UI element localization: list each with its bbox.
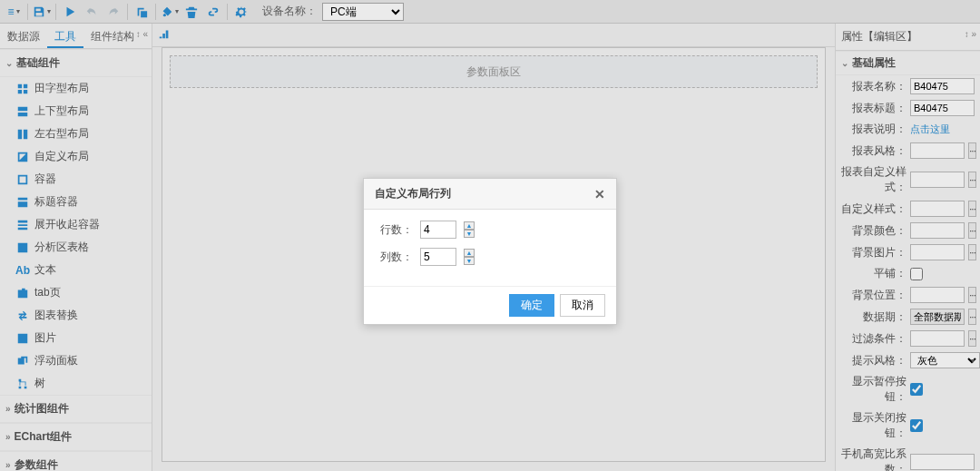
rows-spin-down-icon[interactable]: ▼	[464, 230, 475, 238]
close-icon[interactable]: ✕	[594, 187, 605, 201]
cols-spin-down-icon[interactable]: ▼	[464, 257, 475, 265]
rows-spin-up-icon[interactable]: ▲	[464, 221, 475, 230]
custom-layout-dialog: 自定义布局行列 ✕ 行数： ▲▼ 列数： ▲▼ 确定 取消	[363, 178, 617, 325]
rows-input[interactable]	[420, 221, 456, 239]
ok-button[interactable]: 确定	[509, 294, 554, 317]
cols-spin-up-icon[interactable]: ▲	[464, 249, 475, 257]
dialog-title: 自定义布局行列	[375, 186, 451, 201]
cols-label: 列数：	[380, 250, 413, 265]
cols-input[interactable]	[420, 248, 456, 266]
modal-overlay: 自定义布局行列 ✕ 行数： ▲▼ 列数： ▲▼ 确定 取消	[0, 0, 980, 471]
cancel-button[interactable]: 取消	[560, 294, 605, 317]
rows-label: 行数：	[380, 222, 413, 238]
